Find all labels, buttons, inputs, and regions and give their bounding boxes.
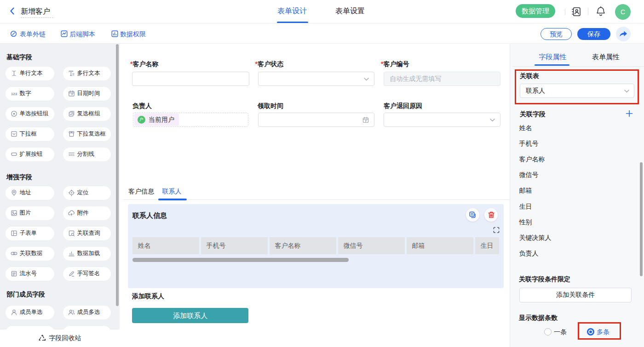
svg-text:123: 123	[11, 92, 17, 96]
